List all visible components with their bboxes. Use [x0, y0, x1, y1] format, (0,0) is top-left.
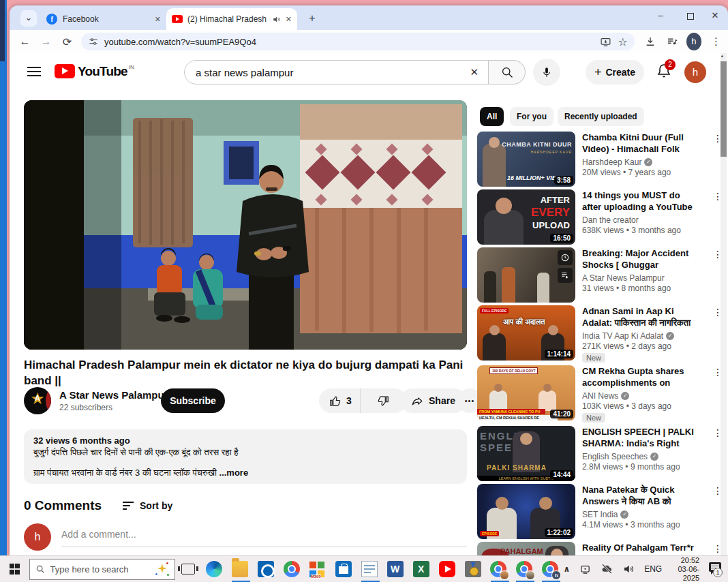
suggested-video[interactable]: Breaking: Major Accident Shocks [ Ghugga… [477, 247, 725, 303]
new-tab-button[interactable]: + [305, 12, 319, 25]
description-box[interactable]: 32 views 6 months ago बुजुर्ग दंपत्ति पि… [24, 429, 467, 484]
channel-name[interactable]: English Speeches [582, 452, 648, 461]
video-title[interactable]: 14 things you MUST do after uploading a … [582, 189, 697, 213]
channel-name[interactable]: A Star News Palampur [582, 273, 665, 283]
suggested-video[interactable]: 100 DAYS OF DELHI GOVT FROM YAMUNA CLEAN… [477, 365, 725, 421]
notification-center-icon[interactable]: 1 [709, 561, 723, 577]
video-thumbnail[interactable]: FULL EPISODE आप की अदालत 1:14:14 [477, 305, 575, 361]
video-title[interactable]: Nana Patekar के Quick Answers ने किया AB… [582, 484, 697, 507]
suggested-video[interactable]: CHAMBA KITNI DUUR HARSHDEEP KAUR 16 MILL… [477, 132, 725, 187]
sort-by-button[interactable]: Sort by [123, 500, 172, 511]
media-playlist-icon[interactable] [666, 35, 678, 48]
video-title[interactable]: Breaking: Major Accident Shocks [ Ghugga… [582, 247, 697, 271]
watch-later-icon[interactable] [558, 250, 573, 265]
video-player[interactable] [24, 100, 467, 350]
channel-name[interactable]: India TV Aap Ki Adalat [582, 331, 663, 341]
taskbar-outlook-icon[interactable] [253, 556, 279, 582]
like-button[interactable]: 3 [319, 388, 361, 413]
window-close-button[interactable]: ✕ [702, 5, 728, 27]
tray-language[interactable]: ENG [644, 564, 662, 574]
video-title[interactable]: Adnan Sami in Aap Ki Adalat: पाकिस्तान क… [582, 305, 697, 328]
scrollbar-up-arrow[interactable]: ▲ [719, 54, 725, 58]
taskbar-file-explorer-icon[interactable] [227, 556, 253, 582]
reload-button[interactable]: ⟳ [61, 35, 73, 48]
add-to-queue-icon[interactable] [558, 268, 573, 283]
scrollbar-thumb[interactable] [721, 61, 727, 157]
voice-search-button[interactable] [533, 59, 560, 86]
bookmark-star-icon[interactable]: ☆ [618, 35, 628, 48]
taskbar-chrome-profile3-icon[interactable]: h [537, 556, 563, 582]
channel-name[interactable]: ANI News [582, 391, 618, 401]
taskbar-chrome-profile1-icon[interactable] [486, 556, 512, 582]
tray-clock[interactable]: 20:52 03-06-2025 [670, 556, 699, 582]
tab-facebook[interactable]: f Facebook ✕ [41, 8, 166, 30]
channel-avatar[interactable]: ★ A [24, 387, 51, 414]
taskbar-search-box[interactable]: Type here to search [29, 559, 175, 580]
suggested-video[interactable]: ENGLISH SPEECH PALKI SHARMA LEARN ENGLIS… [477, 426, 725, 482]
taskbar-chrome-profile2-icon[interactable] [511, 556, 537, 582]
taskbar-youtube-app-icon[interactable] [434, 556, 460, 582]
page-scrollbar[interactable]: ▲ [721, 53, 727, 555]
video-title[interactable]: Chamba Kitni Duur (Full Video) - Himacha… [582, 132, 697, 155]
forward-button[interactable]: → [40, 35, 52, 48]
subscribe-button[interactable]: Subscribe [161, 388, 225, 413]
tab-youtube-active[interactable]: (2) Himachal Pradesh Palam ✕ [166, 8, 297, 30]
suggested-video[interactable]: AFTER EVERY UPLOAD 16:50 14 things you M… [477, 189, 725, 245]
suggested-video[interactable]: EPISODE 1:22:02 Nana Patekar के Quick An… [477, 484, 725, 540]
task-view-button[interactable] [175, 556, 201, 582]
start-button[interactable] [0, 556, 29, 582]
window-maximize-button[interactable] [678, 5, 703, 27]
taskbar-store-icon[interactable] [331, 556, 357, 582]
tab-audio-icon[interactable] [272, 15, 282, 24]
tray-show-hidden-icons[interactable]: ∧ [563, 564, 570, 574]
video-thumbnail[interactable]: CHAMBA KITNI DUUR HARSHDEEP KAUR 16 MILL… [477, 132, 575, 187]
search-value[interactable]: a star news palampur [196, 67, 470, 78]
taskbar-edge-icon[interactable] [201, 556, 227, 582]
tray-cast-icon[interactable] [579, 564, 591, 575]
add-comment-input[interactable]: Add a comment... [61, 529, 467, 547]
url-text[interactable]: youtube.com/watch?v=suumPEA9Qo4 [104, 37, 593, 47]
suggested-video[interactable]: PAHALGAM ATTACK Reality Of Pahalgam Terr… [477, 542, 725, 555]
back-button[interactable]: ← [19, 35, 31, 48]
taskbar-m365-icon[interactable]: M365 [305, 556, 331, 582]
youtube-logo[interactable]: YouTube IN [55, 64, 134, 78]
video-thumbnail[interactable]: PAHALGAM ATTACK [477, 542, 575, 555]
video-title[interactable]: ENGLISH SPEECH | PALKI SHARMA: India's R… [582, 426, 697, 449]
taskbar-notepad-icon[interactable] [357, 556, 382, 582]
tray-volume-icon[interactable] [622, 563, 635, 575]
taskbar-word-icon[interactable]: W [382, 556, 408, 582]
tab-search-button[interactable]: ⌄ [20, 10, 37, 27]
filter-chip-for-you[interactable]: For you [510, 107, 553, 126]
video-thumbnail[interactable] [477, 247, 575, 303]
video-title[interactable]: Reality Of Pahalgam Terr*r [582, 542, 697, 553]
filter-chip-all[interactable]: All [480, 107, 504, 126]
video-thumbnail[interactable]: 100 DAYS OF DELHI GOVT FROM YAMUNA CLEAN… [477, 365, 575, 420]
browser-profile-avatar[interactable]: h [686, 33, 701, 50]
cast-to-device-icon[interactable] [600, 36, 611, 48]
channel-name[interactable]: Dan the creator [582, 215, 639, 225]
tab-close-icon[interactable]: ✕ [155, 15, 161, 24]
taskbar-chrome-icon[interactable] [279, 556, 305, 582]
window-minimize-button[interactable]: – [648, 5, 673, 27]
share-button[interactable]: Share [400, 388, 466, 413]
downloads-icon[interactable] [644, 35, 656, 48]
taskbar-excel-icon[interactable]: X [408, 556, 434, 582]
filter-chip-recently-uploaded[interactable]: Recently uploaded [558, 107, 644, 126]
notifications-bell[interactable]: 2 [656, 63, 673, 80]
address-bar[interactable]: youtube.com/watch?v=suumPEA9Qo4 ☆ [81, 33, 635, 50]
suggested-video[interactable]: FULL EPISODE आप की अदालत 1:14:14 Adnan S… [477, 305, 725, 361]
search-button[interactable] [489, 60, 526, 85]
channel-name[interactable]: Harshdeep Kaur [582, 157, 641, 167]
taskbar-medal-app-icon[interactable] [460, 556, 486, 582]
create-button[interactable]: + Create [586, 60, 644, 85]
channel-name[interactable]: A Star News Palampur [59, 389, 168, 401]
menu-hamburger-icon[interactable] [27, 67, 41, 76]
search-clear-icon[interactable]: ✕ [470, 66, 479, 78]
site-settings-icon[interactable] [88, 36, 99, 47]
video-title[interactable]: CM Rekha Gupta shares accomplishments on… [582, 365, 697, 388]
search-input[interactable]: a star news palampur ✕ [184, 60, 489, 85]
channel-name[interactable]: SET India [582, 510, 618, 519]
tab-close-icon[interactable]: ✕ [286, 15, 292, 24]
show-more-link[interactable]: ...more [219, 468, 249, 478]
tray-cloud-off-icon[interactable] [601, 563, 613, 575]
